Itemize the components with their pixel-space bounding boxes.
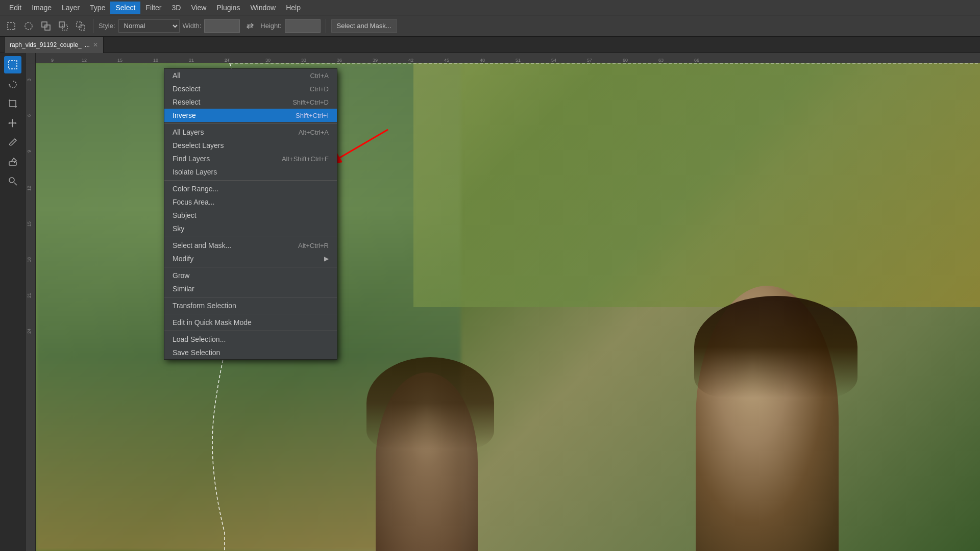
menu-find-layers-label: Find Layers [173,155,210,163]
menu-inverse-label: Inverse [173,111,196,119]
menu-3d[interactable]: 3D [166,2,186,14]
menu-sky-label: Sky [173,224,184,233]
marquee-tool[interactable] [4,56,21,73]
menu-inverse-shortcut: Shift+Ctrl+I [296,112,329,119]
move-tool[interactable] [4,114,21,132]
svg-point-1 [25,22,32,30]
menu-save-selection[interactable]: Save Selection [164,346,337,359]
tool-add-selection[interactable] [39,19,53,33]
menu-select-mask-label: Select and Mask... [173,241,231,249]
menu-find-layers-shortcut: Alt+Shift+Ctrl+F [282,155,329,163]
crop-tool[interactable] [4,95,21,112]
menu-reselect[interactable]: Reselect Shift+Ctrl+D [164,95,337,109]
hair-right [694,296,857,398]
zoom-tool[interactable] [4,172,21,190]
tool-subtract-selection[interactable] [56,19,70,33]
menu-subject[interactable]: Subject [164,209,337,222]
menu-sep-7 [164,331,337,331]
menu-sep-2 [164,180,337,181]
swap-dimensions-icon[interactable] [243,19,257,33]
menu-all-layers-label: All Layers [173,128,204,136]
menu-quick-mask-label: Edit in Quick Mask Mode [173,318,252,327]
menu-deselect-layers[interactable]: Deselect Layers [164,139,337,152]
tool-rect-select[interactable] [4,19,18,33]
toolbar: Style: Normal Fixed Ratio Fixed Size Wid… [0,15,980,37]
menu-edit[interactable]: Edit [4,2,27,14]
svg-rect-7 [80,25,85,30]
ruler-corner [26,53,36,63]
menu-transform-selection[interactable]: Transform Selection [164,299,337,312]
tool-intersect-selection[interactable] [74,19,88,33]
menu-grow-label: Grow [173,271,189,280]
menu-all-shortcut: Ctrl+A [310,72,329,80]
menu-quick-mask[interactable]: Edit in Quick Mask Mode [164,316,337,329]
menu-focus-area[interactable]: Focus Area... [164,195,337,209]
menu-view[interactable]: View [186,2,211,14]
tab-close-button[interactable]: ✕ [93,41,98,48]
menu-load-selection-label: Load Selection... [173,335,226,343]
menu-save-selection-label: Save Selection [173,348,220,357]
svg-rect-0 [8,22,15,30]
svg-rect-8 [9,61,17,69]
menu-grow[interactable]: Grow [164,269,337,282]
menu-color-range-label: Color Range... [173,185,218,193]
menu-sep-5 [164,297,337,297]
tab-title-short: raph_vids_91192_couple_ [10,41,82,48]
menu-sky[interactable]: Sky [164,222,337,235]
menu-isolate-layers[interactable]: Isolate Layers [164,165,337,179]
brush-tool[interactable] [4,134,21,151]
tab-bar: raph_vids_91192_couple_ ... ✕ [0,37,980,53]
width-input[interactable] [204,19,240,33]
menu-sep-3 [164,237,337,237]
menu-load-selection[interactable]: Load Selection... [164,333,337,346]
height-label: Height: [260,22,281,30]
menu-select-mask[interactable]: Select and Mask... Alt+Ctrl+R [164,239,337,252]
content-area: 9 12 15 18 21 24 27 30 33 36 39 42 45 48… [0,53,980,551]
menu-reselect-shortcut: Shift+Ctrl+D [292,98,329,106]
menu-all-label: All [173,71,181,80]
svg-rect-6 [77,22,82,27]
lasso-tool[interactable] [4,76,21,93]
menu-window[interactable]: Window [245,2,281,14]
select-and-mask-button[interactable]: Select and Mask... [331,19,397,33]
ruler-top-ticks: 9 12 15 18 21 24 27 30 33 36 39 42 45 48… [36,53,980,63]
menu-inverse[interactable]: Inverse Shift+Ctrl+I [164,109,337,122]
menu-all-layers-shortcut: Alt+Ctrl+A [299,129,329,136]
menu-color-range[interactable]: Color Range... [164,182,337,195]
select-menu: All Ctrl+A Deselect Ctrl+D Reselect Shif… [164,68,337,360]
menu-all-layers[interactable]: All Layers Alt+Ctrl+A [164,126,337,139]
menu-help[interactable]: Help [281,2,306,14]
menu-modify[interactable]: Modify ▶ [164,252,337,265]
menu-select[interactable]: Select [110,2,140,14]
tools-sidebar [0,53,26,551]
height-input[interactable] [285,19,321,33]
menu-similar[interactable]: Similar [164,282,337,295]
tool-ellipse-select[interactable] [21,19,36,33]
menu-select-mask-shortcut: Alt+Ctrl+R [298,242,329,249]
width-label: Width: [183,22,202,30]
document-tab[interactable]: raph_vids_91192_couple_ ... ✕ [4,37,104,53]
toolbar-separator-2 [326,19,326,33]
menu-find-layers[interactable]: Find Layers Alt+Shift+Ctrl+F [164,152,337,165]
menu-modify-arrow: ▶ [324,255,329,262]
menu-image[interactable]: Image [27,2,57,14]
menu-sep-4 [164,267,337,267]
menu-modify-label: Modify [173,255,193,263]
menu-deselect[interactable]: Deselect Ctrl+D [164,82,337,95]
menu-reselect-label: Reselect [173,98,200,106]
eraser-tool[interactable] [4,153,21,170]
menu-transform-selection-label: Transform Selection [173,302,236,310]
menu-layer[interactable]: Layer [57,2,85,14]
menu-sep-6 [164,314,337,314]
menu-filter[interactable]: Filter [140,2,166,14]
ruler-top: 9 12 15 18 21 24 27 30 33 36 39 42 45 48… [36,53,980,63]
menu-subject-label: Subject [173,211,197,219]
menu-deselect-label: Deselect [173,85,200,93]
menu-plugins[interactable]: Plugins [211,2,245,14]
hair-left [366,357,494,449]
style-select[interactable]: Normal Fixed Ratio Fixed Size [118,19,180,33]
toolbar-separator-1 [93,19,93,33]
menu-type[interactable]: Type [85,2,110,14]
menu-bar: Edit Image Layer Type Select Filter 3D V… [0,0,980,15]
menu-all[interactable]: All Ctrl+A [164,69,337,82]
